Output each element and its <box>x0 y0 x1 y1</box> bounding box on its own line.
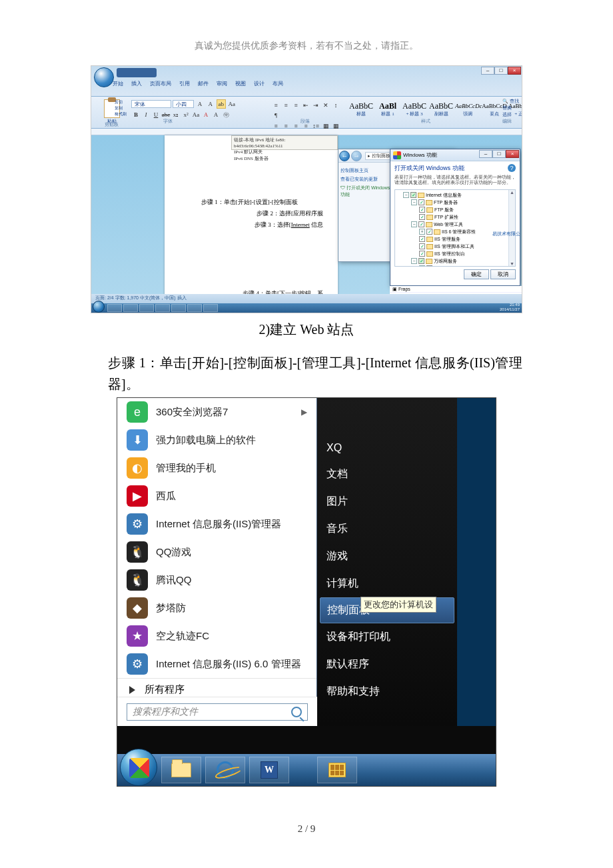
clear-format-icon[interactable]: Aa <box>227 99 237 109</box>
format-painter-button[interactable]: 格式刷 <box>115 111 127 117</box>
quick-access-toolbar[interactable] <box>117 68 157 77</box>
multilevel-icon[interactable]: ≡ <box>291 101 301 110</box>
taskbar-item[interactable] <box>123 304 138 312</box>
minimize-button[interactable]: – <box>479 150 492 158</box>
ruler <box>91 129 522 135</box>
taskbar: 21:492014/11/27 <box>91 303 522 313</box>
taskbar-item[interactable] <box>171 304 186 312</box>
nav-forward-icon[interactable]: → <box>351 151 362 161</box>
bold-icon[interactable]: B <box>131 110 141 119</box>
style-item[interactable]: AaBbCcDc强调 <box>454 99 481 122</box>
program-item[interactable]: ★空之轨迹FC <box>117 622 316 650</box>
tree-node[interactable]: −✓Internet 信息服务 <box>396 192 514 199</box>
font-size-select[interactable]: 小四 <box>173 100 194 108</box>
ribbon-tab[interactable]: 视图 <box>234 79 247 88</box>
tree-node[interactable]: −✓FTP 服务器 <box>396 199 514 206</box>
window-controls: – □ × <box>481 67 521 75</box>
right-panel-item[interactable]: 音乐 <box>317 515 457 543</box>
replace-button[interactable]: 替换 <box>502 105 519 111</box>
right-panel-item[interactable]: 文档 <box>317 461 457 488</box>
taskbar-item[interactable] <box>187 304 202 312</box>
bullets-icon[interactable]: ≡ <box>271 101 281 110</box>
indent-inc-icon[interactable]: ⇥ <box>311 101 320 110</box>
taskbar-word[interactable]: W <box>249 757 289 783</box>
program-item[interactable]: ◆梦塔防 <box>117 594 316 622</box>
close-button[interactable]: × <box>506 150 519 158</box>
search-input[interactable]: 搜索程序和文件 <box>127 703 308 721</box>
program-item[interactable]: 🐧腾讯QQ <box>117 566 316 594</box>
style-item[interactable]: AaBl标题 1 <box>374 99 401 122</box>
ribbon-tab[interactable]: 审阅 <box>215 79 229 88</box>
char-border-icon[interactable]: A <box>211 110 221 119</box>
maximize-button[interactable]: □ <box>494 67 508 75</box>
ribbon-tab[interactable]: 页面布局 <box>149 79 173 88</box>
italic-icon[interactable]: I <box>141 110 151 119</box>
taskbar-app[interactable] <box>317 757 357 783</box>
right-panel-item[interactable]: XQ <box>317 435 457 461</box>
find-button[interactable]: 🔍 查找 <box>502 98 519 105</box>
right-panel-item[interactable]: 默认程序 <box>317 651 457 678</box>
ribbon-tab[interactable]: 插入 <box>130 79 143 88</box>
program-item[interactable]: ◐管理我的手机 <box>117 454 316 482</box>
style-item[interactable]: AaBbC副标题 <box>428 99 454 122</box>
program-item[interactable]: ▶西瓜 <box>117 482 316 510</box>
program-item[interactable]: ⚙Internet 信息服务(IIS) 6.0 管理器 <box>117 650 316 678</box>
select-button[interactable]: 选择 <box>502 111 519 118</box>
ok-button[interactable]: 确定 <box>464 269 489 279</box>
start-orb[interactable] <box>120 749 157 786</box>
sort-icon[interactable]: ↕ <box>331 101 340 110</box>
nav-back-icon[interactable]: ← <box>339 151 350 161</box>
subscript-icon[interactable]: x₂ <box>171 110 181 119</box>
system-tray[interactable]: 21:492014/11/27 <box>500 303 520 312</box>
right-panel-item[interactable]: 帮助和支持 <box>317 678 457 705</box>
copy-button[interactable]: 复制 <box>115 105 127 111</box>
minimize-button[interactable]: – <box>481 67 494 75</box>
taskbar-explorer[interactable] <box>161 757 201 783</box>
show-marks-icon[interactable]: ¶ <box>271 111 281 120</box>
cp-updates-link[interactable]: 查看已安装的更新 <box>340 176 392 183</box>
tree-node[interactable]: ✓FTP 服务 <box>396 207 514 213</box>
start-orb[interactable] <box>93 301 105 313</box>
ribbon-tab[interactable]: 布局 <box>271 79 285 88</box>
right-panel-item[interactable]: 图片 <box>317 488 457 515</box>
disclaimer-text: 真诚为您提供优质参考资料，若有不当之处，请指正。 <box>0 0 613 52</box>
cp-windows-features-link[interactable]: 🛡 打开或关闭 Windows 功能 <box>340 185 392 198</box>
ribbon-tab[interactable]: 引用 <box>178 79 191 88</box>
tree-node[interactable]: ✓FTP 扩展性 <box>396 214 514 221</box>
right-panel-item[interactable]: 计算机 <box>317 570 457 597</box>
help-icon[interactable]: ? <box>508 164 516 172</box>
program-item[interactable]: 🐧QQ游戏 <box>117 538 316 566</box>
change-case-icon[interactable]: Aa <box>191 110 201 119</box>
taskbar-item[interactable] <box>203 304 218 312</box>
enclose-char-icon[interactable]: ㊥ <box>221 110 231 119</box>
highlight-icon[interactable]: ab <box>217 99 226 109</box>
right-panel-item[interactable]: 游戏 <box>317 543 457 570</box>
font-color-icon[interactable]: A <box>201 110 211 119</box>
taskbar-item[interactable] <box>107 304 122 312</box>
program-item[interactable]: e360安全浏览器7▶ <box>117 398 316 426</box>
grow-font-icon[interactable]: A <box>195 99 205 109</box>
ribbon-tab[interactable]: 开始 <box>111 79 125 88</box>
taskbar-ie[interactable] <box>205 757 245 783</box>
style-item[interactable]: AaBbC标题 <box>348 99 374 122</box>
program-item[interactable]: ⬇强力卸载电脑上的软件 <box>117 426 316 454</box>
asian-layout-icon[interactable]: ✕ <box>321 101 330 110</box>
shrink-font-icon[interactable]: A <box>206 99 215 109</box>
font-name-select[interactable]: 宋体 <box>131 100 171 108</box>
taskbar-item[interactable] <box>155 304 170 312</box>
underline-icon[interactable]: U <box>151 110 161 119</box>
numbering-icon[interactable]: ≡ <box>281 101 291 110</box>
taskbar-item[interactable] <box>139 304 154 312</box>
list-item[interactable]: ▣ Fraps <box>390 286 522 293</box>
right-panel-item[interactable]: 控制面板更改您的计算机设 <box>320 597 454 623</box>
ribbon-tab[interactable]: 邮件 <box>197 79 210 88</box>
cp-home-link[interactable]: 控制面板主页 <box>340 167 392 174</box>
maximize-button[interactable]: □ <box>492 150 506 158</box>
close-button[interactable]: × <box>508 67 521 75</box>
cut-button[interactable]: 剪切 <box>115 99 127 105</box>
right-panel-item[interactable]: 设备和打印机 <box>317 623 457 651</box>
program-item[interactable]: ⚙Internet 信息服务(IIS)管理器 <box>117 510 316 538</box>
ribbon-tab[interactable]: 设计 <box>253 79 266 88</box>
indent-dec-icon[interactable]: ⇤ <box>301 101 310 110</box>
superscript-icon[interactable]: x² <box>181 110 191 119</box>
